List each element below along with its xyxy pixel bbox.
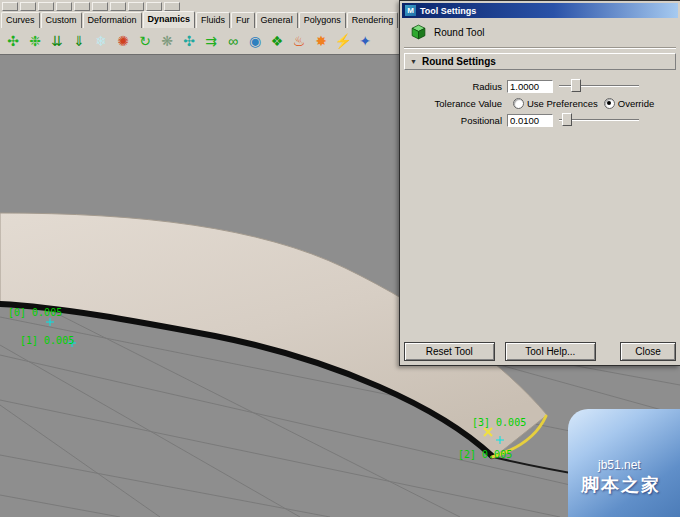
tool-header: Round Tool [402,18,678,46]
maya-main-window: Curves Custom Deformation Dynamics Fluid… [0,0,680,517]
shelf-tabs: Curves Custom Deformation Dynamics Fluid… [0,11,401,28]
smoke-effect-icon[interactable]: ✸ [310,29,332,53]
positional-field[interactable] [507,114,553,127]
radius-slider[interactable] [559,79,639,93]
use-preferences-label: Use Preferences [527,98,598,109]
lightning-effect-icon[interactable]: ⚡ [332,29,354,53]
tab-deformation[interactable]: Deformation [83,12,142,28]
tab-rendering[interactable]: Rendering [347,12,399,28]
status-line-icon[interactable] [92,2,108,11]
edge-label-1: [1] 0.005 [20,335,74,346]
use-preferences-radio[interactable] [513,98,524,109]
collapse-arrow-icon[interactable]: ▼ [410,58,417,65]
create-particle-icon[interactable]: ✣ [2,29,24,53]
status-line-icon[interactable] [2,2,18,11]
maya-window-icon: M [405,5,416,16]
shatter-effect-icon[interactable]: ✦ [354,29,376,53]
radius-field[interactable] [507,80,553,93]
positional-slider[interactable] [559,113,639,127]
turbulence-field-icon[interactable]: ❄ [90,29,112,53]
tab-dynamics[interactable]: Dynamics [143,11,196,28]
tool-settings-body: Round Tool ▼ Round Settings Radius Toler… [402,18,678,363]
status-line-icon[interactable] [38,2,54,11]
round-settings-controls: Radius Tolerance Value Use Preferences O… [402,78,678,128]
collision-icon[interactable]: ◉ [244,29,266,53]
section-title: Round Settings [422,56,496,67]
dynamics-shelf: ✣ ❉ ⇊ ⇓ ❄ ✺ ↻ ❋ ✣ ⇉ ∞ ◉ ❖ ♨ ✸ ⚡ ✦ [0,28,400,55]
status-line-icon[interactable] [74,2,90,11]
override-label: Override [618,98,654,109]
separator [404,47,676,49]
radius-label: Radius [402,81,507,92]
drag-field-icon[interactable]: ⇉ [200,29,222,53]
gravity-field-icon[interactable]: ⇊ [46,29,68,53]
tool-settings-buttons: Reset Tool Tool Help... Close [404,342,676,361]
tab-polygons[interactable]: Polygons [299,12,346,28]
vortex-field-icon[interactable]: ❋ [156,29,178,53]
tool-name: Round Tool [434,27,484,38]
tab-custom[interactable]: Custom [41,12,82,28]
status-line-icon[interactable] [128,2,144,11]
edge-label-2: [2] 0.005 [458,449,512,460]
override-radio[interactable] [604,98,615,109]
fire-effect-icon[interactable]: ♨ [288,29,310,53]
watermark-site: jb51.net [598,458,641,472]
radial-field-icon[interactable]: ✺ [112,29,134,53]
status-line-icon[interactable] [110,2,126,11]
positional-label: Positional [402,115,507,126]
positional-row: Positional [402,112,678,128]
tab-fluids[interactable]: Fluids [196,12,230,28]
window-title: Tool Settings [420,6,476,16]
edge-label-3: [3] 0.005 [472,417,526,428]
status-line [0,0,402,11]
status-line-icon[interactable] [164,2,180,11]
tolerance-row: Tolerance Value Use Preferences Override [402,95,678,111]
positional-slider-thumb[interactable] [562,113,572,126]
round-tool-cube-icon [410,24,427,41]
status-line-icon[interactable] [146,2,162,11]
status-line-icon[interactable] [20,2,36,11]
status-line-icon[interactable] [56,2,72,11]
connect-dynamics-icon[interactable]: ∞ [222,29,244,53]
tool-help-button[interactable]: Tool Help... [505,342,596,361]
tab-general[interactable]: General [256,12,298,28]
round-settings-section-header[interactable]: ▼ Round Settings [404,53,676,70]
watermark-badge: jb51.net 脚本之家 [568,409,680,517]
tab-curves[interactable]: Curves [1,12,40,28]
tolerance-label: Tolerance Value [402,98,507,109]
radius-slider-thumb[interactable] [571,79,581,92]
tab-fur[interactable]: Fur [231,12,255,28]
rigid-body-icon[interactable]: ❖ [266,29,288,53]
newton-field-icon[interactable]: ↻ [134,29,156,53]
edge-label-0: [0] 0.005 [8,307,62,318]
air-field-icon[interactable]: ✣ [178,29,200,53]
tool-settings-window: M Tool Settings Round Tool ▼ Round Setti… [399,0,680,366]
close-button[interactable]: Close [620,342,676,361]
reset-tool-button[interactable]: Reset Tool [404,342,495,361]
create-emitter-icon[interactable]: ❉ [24,29,46,53]
tool-settings-titlebar[interactable]: M Tool Settings [402,3,678,18]
watermark-name: 脚本之家 [581,473,661,497]
radius-row: Radius [402,78,678,94]
uniform-field-icon[interactable]: ⇓ [68,29,90,53]
